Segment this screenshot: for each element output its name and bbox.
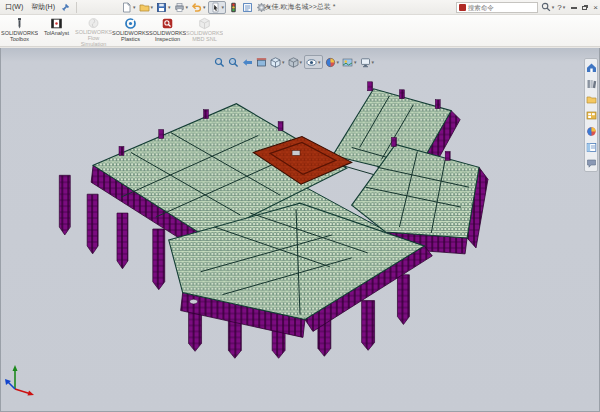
- select-cursor-icon: [210, 2, 221, 13]
- mbd-icon: [198, 17, 211, 30]
- toolbox-icon: [13, 17, 26, 30]
- properties-panel-icon: [586, 142, 597, 153]
- hide-show-items-button[interactable]: ▾: [304, 55, 323, 69]
- scene-icon: [342, 57, 353, 68]
- pin-menu-icon[interactable]: [61, 3, 70, 12]
- view-cube-icon: [270, 57, 281, 68]
- apply-scene-button[interactable]: ▾: [341, 55, 358, 69]
- new-file-button[interactable]: ▾: [120, 1, 137, 14]
- forum-bubble-icon: [586, 158, 597, 169]
- menu-bar: 口(W) 帮助(H): [0, 2, 73, 12]
- menu-help[interactable]: 帮助(H): [29, 2, 57, 12]
- zoom-to-area-button[interactable]: [227, 55, 240, 69]
- undo-button[interactable]: ▾: [190, 1, 207, 14]
- model-3d-assembly[interactable]: [1, 48, 599, 411]
- search-input[interactable]: [468, 4, 535, 11]
- tab-solidworks-toolbox[interactable]: SOLIDWORKS Toolbox: [1, 16, 38, 46]
- menu-window[interactable]: 口(W): [3, 2, 25, 12]
- traffic-light-icon: [228, 2, 239, 13]
- quick-access-toolbar: ▾ ▾ ▾ ▾ ▾ ▾: [120, 1, 272, 14]
- rebuild-button[interactable]: [227, 1, 240, 14]
- eye-icon: [306, 57, 317, 68]
- tab-solidworks-mbd-snl[interactable]: SOLIDWORKS MBD SNL: [186, 16, 223, 46]
- tab-solidworks-inspection[interactable]: SOLIDWORKS Inspection: [149, 16, 186, 46]
- appearance-ball-icon: [325, 57, 336, 68]
- save-button[interactable]: ▾: [155, 1, 172, 14]
- print-icon: [174, 2, 185, 13]
- task-pane-tabs: [584, 58, 598, 172]
- custom-properties-tab[interactable]: [585, 141, 597, 153]
- open-file-button[interactable]: ▾: [138, 1, 155, 14]
- solidworks-window: 口(W) 帮助(H) ▾ ▾ ▾ ▾: [0, 0, 600, 412]
- tab-solidworks-plastics[interactable]: SOLIDWORKS Plastics: [112, 16, 149, 46]
- options-button[interactable]: ▾: [255, 1, 272, 14]
- solidworks-resources-tab[interactable]: [585, 61, 597, 73]
- file-explorer-tab[interactable]: [585, 93, 597, 105]
- file-properties-icon: [242, 2, 253, 13]
- close-button[interactable]: ×: [593, 3, 598, 12]
- home-icon: [586, 62, 597, 73]
- graphics-area[interactable]: ▾ ▾ ▾ ▾ ▾ ▾: [0, 48, 600, 412]
- view-palette-tab[interactable]: [585, 109, 597, 121]
- reference-triad: [3, 361, 35, 397]
- monitor-icon: [360, 57, 371, 68]
- window-controls: ×: [571, 3, 598, 12]
- print-button[interactable]: ▾: [173, 1, 190, 14]
- help-button[interactable]: ? ▾: [557, 3, 565, 12]
- previous-view-button[interactable]: [241, 55, 254, 69]
- zoom-to-fit-button[interactable]: [213, 55, 226, 69]
- books-icon: [586, 78, 597, 89]
- edit-appearance-button[interactable]: ▾: [324, 55, 341, 69]
- title-bar[interactable]: 口(W) 帮助(H) ▾ ▾ ▾ ▾: [0, 0, 600, 15]
- new-file-icon: [121, 2, 132, 13]
- headsup-view-toolbar: ▾ ▾ ▾ ▾ ▾ ▾: [213, 55, 375, 69]
- appearances-sphere-icon: [586, 126, 597, 137]
- design-library-tab[interactable]: [585, 77, 597, 89]
- search-options-button[interactable]: ▾: [541, 2, 555, 12]
- save-icon: [156, 2, 167, 13]
- tab-tolanalyst[interactable]: TolAnalyst: [38, 16, 75, 46]
- display-style-button[interactable]: ▾: [287, 55, 304, 69]
- minimize-button[interactable]: [571, 3, 577, 12]
- view-settings-button[interactable]: ▾: [359, 55, 376, 69]
- magnifier-icon: [541, 2, 551, 12]
- section-view-icon: [256, 57, 267, 68]
- folder-icon: [586, 94, 597, 105]
- select-button[interactable]: ▾: [208, 1, 227, 14]
- undo-icon: [191, 2, 202, 13]
- file-properties-button[interactable]: [241, 1, 254, 14]
- solidworks-forum-tab[interactable]: [585, 157, 597, 169]
- titlebar-right: ▾ ? ▾ ×: [456, 2, 600, 13]
- command-manager: SOLIDWORKS Toolbox TolAnalyst SOLIDWORKS…: [0, 15, 600, 47]
- flow-simulation-icon: [87, 17, 100, 29]
- inspection-icon: [161, 17, 174, 30]
- section-view-button[interactable]: [255, 55, 268, 69]
- view-palette-icon: [586, 110, 597, 121]
- solidworks-search-icon: [459, 4, 466, 11]
- zoom-to-area-icon: [228, 57, 239, 68]
- open-file-icon: [139, 2, 150, 13]
- display-style-icon: [288, 57, 299, 68]
- zoom-to-fit-icon: [214, 57, 225, 68]
- plastics-icon: [124, 17, 137, 30]
- tolanalyst-icon: [50, 17, 63, 30]
- tab-solidworks-flow-simulation[interactable]: SOLIDWORKS Flow Simulation: [75, 16, 112, 46]
- search-box[interactable]: [456, 2, 538, 13]
- view-orientation-button[interactable]: ▾: [269, 55, 286, 69]
- toolbar-separator: [76, 2, 77, 13]
- appearances-scenes-tab[interactable]: [585, 125, 597, 137]
- options-gear-icon: [256, 2, 267, 13]
- restore-button[interactable]: [582, 3, 588, 12]
- previous-view-icon: [242, 57, 253, 68]
